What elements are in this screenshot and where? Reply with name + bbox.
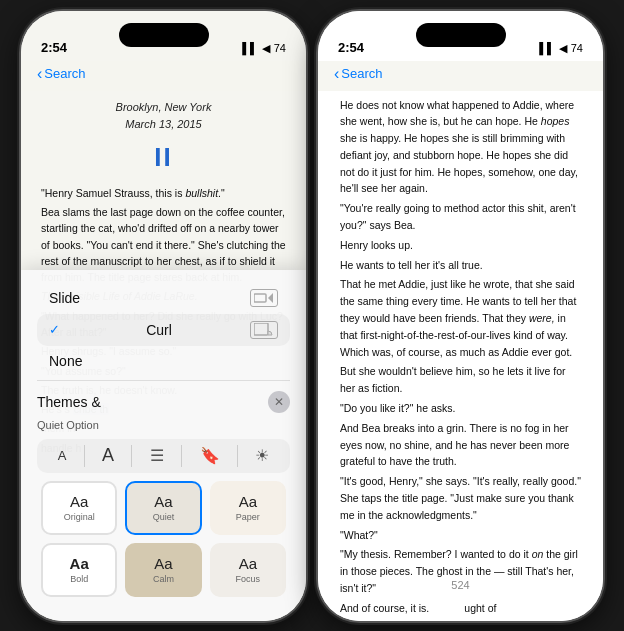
page-number: 524 [451,579,469,591]
right-para-2: "You're really going to method actor thi… [340,200,581,234]
font-format-icon: ☰ [150,446,164,465]
bottom-panel: Slide ✓ Curl None [21,270,306,621]
right-wifi-icon: ◀ [559,42,567,55]
quiet-option-text: Quiet Option [37,419,290,431]
ctrl-divider-1 [84,445,85,467]
right-para-7: "Do you like it?" he asks. [340,400,581,417]
ctrl-divider-2 [131,445,132,467]
right-status-icons: ▌▌ ◀ 74 [539,42,583,55]
right-para-4: He wants to tell her it's all true. [340,257,581,274]
right-back-label: Search [341,66,382,81]
slide-option-slide[interactable]: Slide [37,282,290,314]
theme-focus-aa: Aa [239,555,257,572]
bookmark-icon: 🔖 [200,446,220,465]
theme-calm-name: Calm [153,574,174,584]
right-para-6: But she wouldn't believe him, so he lets… [340,363,581,397]
right-dynamic-island [416,23,506,47]
font-large-a: A [102,445,114,466]
theme-grid: Aa Original Aa Quiet Aa Paper Aa [37,481,290,597]
right-nav-bar: ‹ Search [318,61,603,91]
phones-container: 2:54 ▌▌ ◀ 74 ‹ Search Brooklyn, New York [21,11,603,621]
theme-original-name: Original [64,512,95,522]
svg-rect-0 [254,294,266,302]
right-para-10: "What?" [340,527,581,544]
theme-paper-aa: Aa [239,493,257,510]
close-button[interactable]: ✕ [268,391,290,413]
themes-title: Themes & [37,394,101,410]
left-nav-bar: ‹ Search [21,61,306,91]
right-back-arrow-icon: ‹ [334,65,339,83]
font-small-ctrl[interactable]: A [58,448,67,463]
dynamic-island [119,23,209,47]
theme-original-aa: Aa [70,493,88,510]
font-brightness-ctrl[interactable]: ☀ [255,446,269,465]
theme-bold-aa: Aa [70,555,89,572]
right-para-3: Henry looks up. [340,237,581,254]
theme-calm[interactable]: Aa Calm [125,543,201,597]
slide-icon [250,289,278,307]
theme-paper-name: Paper [236,512,260,522]
phone-right: 2:54 ▌▌ ◀ 74 ‹ Search He does not know w… [318,11,603,621]
theme-bold[interactable]: Aa Bold [41,543,117,597]
left-back-arrow-icon: ‹ [37,65,42,83]
right-para-13: Henry runs his h his, but relieved and l… [340,620,581,621]
theme-focus-name: Focus [236,574,261,584]
brightness-icon: ☀ [255,446,269,465]
wifi-icon: ◀ [262,42,270,55]
right-phone-content: 2:54 ▌▌ ◀ 74 ‹ Search He does not know w… [318,11,603,621]
right-para-8: And Bea breaks into a grin. There is no … [340,420,581,470]
curl-label: Curl [146,322,172,338]
right-para-9: "It's good, Henry," she says. "It's real… [340,473,581,523]
ctrl-divider-4 [237,445,238,467]
right-battery-icon: 74 [571,42,583,54]
phone-left: 2:54 ▌▌ ◀ 74 ‹ Search Brooklyn, New York [21,11,306,621]
slide-options: Slide ✓ Curl None [21,282,306,376]
left-status-time: 2:54 [41,40,67,55]
right-signal-icon: ▌▌ [539,42,555,54]
right-status-time: 2:54 [338,40,364,55]
theme-paper[interactable]: Aa Paper [210,481,286,535]
theme-focus[interactable]: Aa Focus [210,543,286,597]
slide-option-none[interactable]: None [37,346,290,376]
battery-icon: 74 [274,42,286,54]
chapter-number: II [41,137,286,177]
theme-quiet[interactable]: Aa Quiet [125,481,201,535]
font-controls: A A ☰ 🔖 [37,439,290,473]
slide-option-curl[interactable]: ✓ Curl [37,314,290,346]
right-back-button[interactable]: ‹ Search [334,65,383,83]
right-para-5: That he met Addie, just like he wrote, t… [340,276,581,360]
themes-header: Themes & ✕ [37,391,290,413]
left-back-button[interactable]: ‹ Search [37,65,86,83]
right-para-1: He does not know what happened to Addie,… [340,97,581,198]
book-para-1: "Henry Samuel Strauss, this is bullshit.… [41,185,286,201]
panel-divider-1 [37,380,290,381]
theme-original[interactable]: Aa Original [41,481,117,535]
right-book-text: He does not know what happened to Addie,… [318,91,603,621]
right-para-12: And of course, it is. ught of [340,600,581,617]
theme-quiet-aa: Aa [154,493,172,510]
left-phone-content: 2:54 ▌▌ ◀ 74 ‹ Search Brooklyn, New York [21,11,306,621]
theme-bold-name: Bold [70,574,88,584]
signal-icon: ▌▌ [242,42,258,54]
font-large-ctrl[interactable]: A [102,445,114,466]
left-status-icons: ▌▌ ◀ 74 [242,42,286,55]
none-label: None [49,353,82,369]
font-bookmark-ctrl[interactable]: 🔖 [200,446,220,465]
check-icon: ✓ [49,322,60,337]
theme-calm-aa: Aa [154,555,172,572]
font-small-a: A [58,448,67,463]
theme-quiet-name: Quiet [153,512,175,522]
curl-icon [250,321,278,339]
left-back-label: Search [44,66,85,81]
slide-label: Slide [49,290,80,306]
ctrl-divider-3 [181,445,182,467]
book-location: Brooklyn, New York March 13, 2015 [41,99,286,133]
font-format-ctrl[interactable]: ☰ [150,446,164,465]
themes-section: Themes & ✕ Quiet Option A A [21,385,306,597]
svg-rect-1 [254,323,268,335]
